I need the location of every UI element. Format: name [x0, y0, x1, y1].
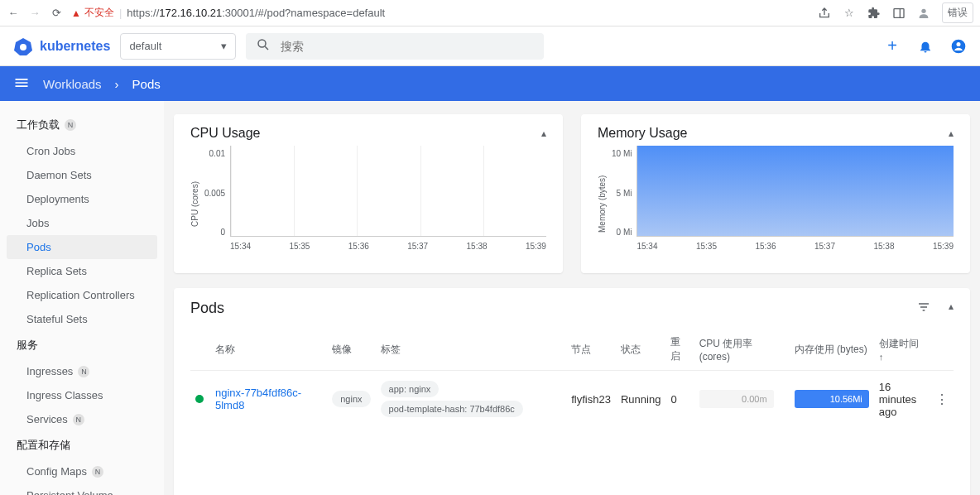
svg-point-2 — [921, 8, 925, 12]
chart-title: CPU Usage — [190, 126, 260, 141]
content: CPU Usage▴CPU (cores)0.010.005015:3415:3… — [164, 101, 980, 495]
memory-chart-card: Memory Usage▴Memory (bytes)10 Mi5 Mi0 Mi… — [581, 114, 970, 273]
row-menu-icon[interactable]: ⋮ — [935, 392, 949, 406]
col-created[interactable]: 创建时间 ↑ — [874, 329, 930, 371]
col-labels[interactable]: 标签 — [376, 329, 567, 371]
collapse-icon[interactable]: ▴ — [949, 127, 954, 139]
cpu-metric: 0.00m — [699, 390, 774, 408]
sidebar-item[interactable]: Ingress Classes — [7, 383, 157, 407]
col-restarts[interactable]: 重启 — [665, 329, 694, 371]
cpu-chart-card: CPU Usage▴CPU (cores)0.010.005015:3415:3… — [174, 114, 563, 273]
pods-title: Pods — [190, 300, 224, 317]
chart-plot — [637, 146, 954, 237]
sidebar-item[interactable]: Cron Jobs — [7, 139, 157, 163]
filter-icon[interactable] — [917, 300, 930, 316]
chevron-down-icon: ▾ — [221, 40, 227, 52]
mem-metric: 10.56Mi — [795, 390, 869, 408]
sidebar-item[interactable]: Services N — [7, 407, 157, 431]
node-cell: flyfish23 — [566, 371, 616, 428]
account-icon[interactable] — [950, 38, 967, 55]
badge: N — [92, 466, 103, 478]
status-cell: Running — [616, 371, 665, 428]
profile-icon[interactable] — [917, 7, 930, 20]
col-mem[interactable]: 内存使用 (bytes) — [790, 329, 874, 371]
browser-toolbar: ← → ⟳ ▲ 不安全 | https://172.16.10.21:30001… — [0, 0, 980, 26]
sidebar-item[interactable]: Jobs — [7, 211, 157, 235]
extensions-icon[interactable] — [867, 7, 881, 20]
sidebar-section[interactable]: 配置和存储 — [7, 431, 157, 459]
x-ticks: 15:3415:3515:3615:3715:3815:39 — [637, 237, 954, 251]
forward-icon[interactable]: → — [28, 7, 41, 20]
sort-asc-icon: ↑ — [879, 352, 884, 362]
y-axis-label: CPU (cores) — [190, 146, 199, 262]
namespace-select[interactable]: default ▾ — [120, 33, 236, 60]
sidebar-item[interactable]: Persistent Volume Claims N — [7, 483, 157, 495]
bookmark-icon[interactable]: ☆ — [843, 7, 856, 20]
pods-table: 名称 镜像 标签 节点 状态 重启 CPU 使用率 (cores) 内存使用 (… — [190, 329, 954, 427]
kubernetes-logo[interactable]: kubernetes — [13, 36, 110, 56]
reload-icon[interactable]: ⟳ — [50, 7, 63, 20]
warning-icon: ▲ — [71, 7, 81, 19]
menu-icon[interactable] — [13, 74, 30, 94]
created-cell: 16 minutes ago — [874, 371, 930, 428]
pod-link[interactable]: nginx-77b4fdf86c-5lmd8 — [215, 387, 301, 411]
svg-point-8 — [957, 42, 961, 46]
crumb-workloads[interactable]: Workloads — [43, 77, 102, 91]
share-icon[interactable] — [818, 7, 831, 20]
restarts-cell: 0 — [665, 371, 694, 428]
svg-line-6 — [266, 46, 269, 50]
svg-point-4 — [20, 44, 26, 50]
y-axis-label: Memory (bytes) — [598, 146, 607, 262]
back-icon[interactable]: ← — [7, 7, 20, 20]
col-node[interactable]: 节点 — [566, 329, 616, 371]
sidebar-item[interactable]: Replica Sets — [7, 259, 157, 283]
insecure-badge: ▲ 不安全 — [71, 6, 114, 20]
url-text: https://172.16.10.21:30001/#/pod?namespa… — [127, 7, 385, 19]
create-button[interactable]: + — [884, 38, 901, 55]
badge: N — [65, 119, 76, 131]
sidebar-item[interactable]: Pods — [7, 235, 157, 259]
sidebar-item[interactable]: Daemon Sets — [7, 163, 157, 187]
table-row: nginx-77b4fdf86c-5lmd8 nginx app: nginxp… — [190, 371, 954, 428]
search-box[interactable] — [246, 33, 544, 60]
error-button[interactable]: 错误 — [942, 2, 973, 23]
sidebar-section[interactable]: 工作负载N — [7, 111, 157, 139]
status-dot — [195, 395, 204, 403]
sidebar-item[interactable]: Stateful Sets — [7, 307, 157, 331]
svg-point-5 — [258, 40, 266, 47]
app-header: kubernetes default ▾ + — [0, 26, 980, 66]
x-ticks: 15:3415:3515:3615:3715:3815:39 — [230, 237, 546, 251]
pods-card: Pods ▴ 名称 镜像 标签 节点 状态 — [174, 288, 970, 495]
y-ticks: 10 Mi5 Mi0 Mi — [607, 146, 637, 237]
col-image[interactable]: 镜像 — [327, 329, 375, 371]
sidebar-item[interactable]: Replication Controllers — [7, 283, 157, 307]
chart-plot — [230, 146, 546, 237]
breadcrumb: Workloads › Pods — [0, 66, 980, 101]
sidebar-item[interactable]: Config Maps N — [7, 459, 157, 483]
badge: N — [73, 414, 84, 425]
charts-row: CPU Usage▴CPU (cores)0.010.005015:3415:3… — [174, 114, 970, 273]
image-chip: nginx — [332, 391, 370, 407]
chevron-right-icon: › — [115, 77, 119, 91]
sidebar-section[interactable]: 服务 — [7, 331, 157, 359]
label-chip: app: nginx — [381, 381, 440, 397]
crumb-pods: Pods — [132, 77, 161, 91]
svg-rect-0 — [894, 8, 904, 17]
sidebar: 工作负载NCron JobsDaemon SetsDeploymentsJobs… — [0, 101, 164, 495]
chart-title: Memory Usage — [598, 126, 687, 141]
col-status[interactable]: 状态 — [616, 329, 665, 371]
collapse-icon[interactable]: ▴ — [541, 127, 546, 139]
col-name[interactable]: 名称 — [210, 329, 327, 371]
sidebar-item[interactable]: Deployments — [7, 187, 157, 211]
sidebar-item[interactable]: Ingresses N — [7, 359, 157, 383]
label-chip: pod-template-hash: 77b4fdf86c — [381, 401, 523, 417]
address-bar[interactable]: ▲ 不安全 | https://172.16.10.21:30001/#/pod… — [71, 6, 809, 20]
badge: N — [78, 366, 89, 377]
notifications-icon[interactable] — [917, 38, 934, 55]
search-icon — [256, 37, 271, 55]
col-cpu[interactable]: CPU 使用率 (cores) — [694, 329, 790, 371]
panel-icon[interactable] — [892, 7, 906, 20]
search-input[interactable] — [281, 40, 534, 53]
collapse-icon[interactable]: ▴ — [949, 300, 954, 316]
y-ticks: 0.010.0050 — [199, 146, 230, 237]
